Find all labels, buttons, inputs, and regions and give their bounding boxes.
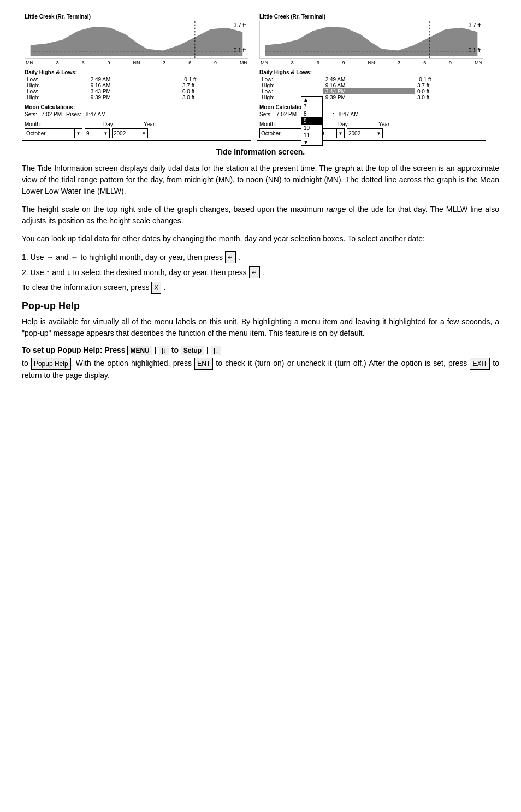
screen2-date-section: Month: Day: Year: October ▼ 9 ▼ 2002 ▼ bbox=[259, 120, 483, 138]
clear-key: X bbox=[151, 282, 161, 294]
popup-item: Popup Help bbox=[31, 358, 71, 370]
screen1-daily-label: Daily Highs & Lows: bbox=[25, 68, 248, 75]
popup-setup-line: To set up Popup Help: Press MENU | |↓ to… bbox=[22, 346, 499, 355]
tide-screen-1: Little Creek (Rr. Terminal) 3.7 ft -0.1 … bbox=[22, 11, 251, 141]
screen2-graph: 3.7 ft -0.1 ft bbox=[259, 21, 483, 59]
dropdown-down-arrow[interactable]: ▼ bbox=[301, 139, 310, 145]
screen2-moon-row: Sets: 7:02 PM ▲ 7 8 9 10 11 ▼ bbox=[259, 111, 483, 117]
dropdown-item-7[interactable]: 7 bbox=[301, 103, 322, 110]
table-row: Low:2:49 AM-0.1 ft bbox=[259, 76, 483, 82]
dropdown-item-11[interactable]: 11 bbox=[301, 132, 322, 139]
popup-help-para: Help is available for virtually all of t… bbox=[22, 316, 499, 339]
table-row: High:9:16 AM3.7 ft bbox=[259, 82, 483, 88]
screen1-date-inputs: October ▼ 9 ▼ 2002 ▼ bbox=[25, 128, 248, 138]
screen1-moon-row: Sets: 7:02 PM Rises: 8:47 AM bbox=[25, 111, 248, 117]
screen2-moon-title: Moon Calculatio9 bbox=[259, 104, 483, 110]
screen2-moon: Moon Calculatio9 Sets: 7:02 PM ▲ 7 8 9 1… bbox=[259, 103, 483, 117]
screen1-day-select[interactable]: 9 ▼ bbox=[85, 128, 110, 138]
table-row: Low:3:43 PM0.0 ft bbox=[25, 88, 248, 94]
table-row: High:9:16 AM3.7 ft bbox=[25, 82, 248, 88]
screen1-date-section: Month: Day: Year: October ▼ 9 ▼ 2002 ▼ bbox=[25, 120, 248, 138]
list-item-2: 2. Use ↑ and ↓ to select the desired mon… bbox=[22, 266, 499, 278]
list-item-1: 1. Use → and ← to highlight month, day o… bbox=[22, 251, 499, 263]
dropdown-item-8[interactable]: 8 bbox=[301, 110, 322, 117]
screen1-month-select[interactable]: October ▼ bbox=[25, 128, 82, 138]
screen2-low-val: -0.1 ft bbox=[466, 48, 481, 54]
dropdown-item-9[interactable]: 9 bbox=[301, 117, 322, 125]
tide-screen-2: Little Creek (Rr. Terminal) 3.7 ft -0.1 … bbox=[257, 11, 486, 141]
screen1-year-select[interactable]: 2002 ▼ bbox=[112, 128, 148, 138]
screenshots-row: Little Creek (Rr. Terminal) 3.7 ft -0.1 … bbox=[22, 11, 499, 141]
screen2-title: Little Creek (Rr. Terminal) bbox=[259, 14, 483, 20]
screen2-day-arrow[interactable]: ▼ bbox=[336, 128, 344, 138]
screen2-day-select[interactable]: 9 ▼ bbox=[319, 128, 345, 138]
screen1-moon: Moon Calculations: Sets: 7:02 PM Rises: … bbox=[25, 103, 248, 117]
table-row: Low: 3:43 PM 0.0 ft bbox=[259, 88, 483, 94]
screen1-month-arrow[interactable]: ▼ bbox=[74, 128, 82, 138]
down-arrow-key-1: |↓ bbox=[159, 346, 169, 355]
screen1-title: Little Creek (Rr. Terminal) bbox=[25, 14, 248, 20]
screen1-day-arrow[interactable]: ▼ bbox=[102, 128, 109, 138]
body-para-2: The height scale on the top right side o… bbox=[22, 204, 499, 227]
enter-key-2: ↵ bbox=[249, 266, 260, 278]
menu-key: MENU bbox=[127, 346, 152, 355]
screen1-date-labels: Month: Day: Year: bbox=[25, 121, 248, 127]
screen1-year-arrow[interactable]: ▼ bbox=[140, 128, 147, 138]
down-arrow-key-2: |↓ bbox=[211, 346, 221, 355]
enter-key-3: ENT bbox=[194, 358, 213, 370]
screen1-moon-title: Moon Calculations: bbox=[25, 104, 248, 110]
screen1-graph-labels: MN 3 6 9 NN 3 6 9 MN bbox=[25, 60, 248, 66]
screen2-graph-labels: MN 3 6 9 NN 3 6 9 MN bbox=[259, 60, 483, 66]
screen2-year-value: 2002 bbox=[347, 131, 375, 137]
screen1-month-value: October bbox=[25, 131, 74, 137]
screen1-high-val: 3.7 ft bbox=[234, 22, 246, 28]
screen1-year-value: 2002 bbox=[113, 131, 140, 137]
setup-item: Setup bbox=[181, 346, 204, 355]
screen1-day-value: 9 bbox=[85, 131, 102, 137]
table-row: High: 9:39 PM 3.0 ft bbox=[259, 94, 483, 100]
day-dropdown-popup[interactable]: ▲ 7 8 9 10 11 ▼ bbox=[301, 96, 323, 146]
table-row: Low:2:49 AM-0.1 ft bbox=[25, 76, 248, 82]
screen2-year-arrow[interactable]: ▼ bbox=[375, 128, 382, 138]
screen1-graph: 3.7 ft -0.1 ft bbox=[25, 21, 248, 59]
clear-text: To clear the information screen, press X… bbox=[22, 282, 499, 294]
exit-key: EXIT bbox=[470, 358, 490, 370]
popup-setup-detail: to Popup Help. With the option highlight… bbox=[22, 358, 499, 381]
table-row: High:9:39 PM3.0 ft bbox=[25, 94, 248, 100]
screen2-high-val: 3.7 ft bbox=[469, 22, 481, 28]
caption: Tide Information screen. bbox=[22, 147, 499, 156]
body-para-1: The Tide Information screen displays dai… bbox=[22, 163, 499, 197]
enter-key-1: ↵ bbox=[225, 251, 236, 263]
screen2-date-inputs: October ▼ 9 ▼ 2002 ▼ bbox=[259, 128, 483, 138]
svg-marker-3 bbox=[265, 27, 478, 56]
screen2-highs-lows: Low:2:49 AM-0.1 ft High:9:16 AM3.7 ft Lo… bbox=[259, 76, 483, 100]
screen2-daily-label: Daily Highs & Lows: bbox=[259, 68, 483, 75]
dropdown-up-arrow[interactable]: ▲ bbox=[301, 97, 310, 103]
body-para-3: You can look up tidal data for other dat… bbox=[22, 233, 499, 245]
popup-help-heading: Pop-up Help bbox=[22, 300, 499, 312]
screen2-date-labels: Month: Day: Year: bbox=[259, 121, 483, 127]
screen1-highs-lows: Low:2:49 AM-0.1 ft High:9:16 AM3.7 ft Lo… bbox=[25, 76, 248, 100]
dropdown-item-10[interactable]: 10 bbox=[301, 125, 322, 132]
svg-marker-0 bbox=[31, 27, 243, 56]
screen2-year-select[interactable]: 2002 ▼ bbox=[347, 128, 383, 138]
screen1-low-val: -0.1 ft bbox=[232, 48, 246, 54]
